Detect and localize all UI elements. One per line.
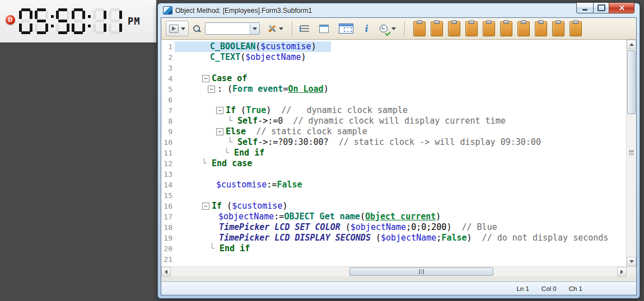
code-text[interactable] [175, 169, 181, 180]
lcd-digit [72, 8, 85, 34]
code-text[interactable]: If ($customise) [175, 201, 287, 211]
code-text[interactable]: └ End case [175, 158, 252, 169]
combo-dropdown-button[interactable] [250, 23, 259, 34]
horizontal-scrollbar[interactable] [161, 267, 627, 276]
code-line[interactable]: 2C_TEXT($objectName) [161, 52, 626, 63]
fold-toggle[interactable] [208, 86, 215, 93]
code-text[interactable]: $objectName:=OBJECT Get name(Object curr… [175, 211, 441, 222]
search-input[interactable] [206, 23, 250, 34]
code-text[interactable]: TimePicker LCD DISPLAY SECONDS ($objectN… [175, 233, 608, 243]
code-line[interactable]: 11└ End if [161, 148, 626, 158]
clipboard-icon[interactable] [552, 21, 564, 36]
splitter-grip[interactable] [629, 150, 634, 156]
method-list-button[interactable] [297, 21, 312, 36]
scroll-down-button[interactable] [627, 257, 636, 266]
fold-toggle[interactable] [202, 203, 209, 210]
code-text[interactable]: Else // static clock sample [175, 126, 367, 137]
code-line[interactable]: 12└ End case [161, 158, 626, 169]
code-line[interactable]: 16If ($customise) [161, 201, 626, 211]
code-line[interactable]: 3 [161, 63, 626, 73]
horizontal-scroll-thumb[interactable] [349, 267, 493, 276]
arrow-right-icon [620, 270, 623, 274]
code-line[interactable]: 1C_BOOLEAN($customise) [161, 41, 626, 52]
code-line[interactable]: 21 [161, 254, 626, 265]
meridiem-indicator: PM [128, 16, 140, 27]
code-text[interactable] [175, 254, 181, 265]
code-text[interactable]: C_TEXT($objectName) [175, 52, 306, 63]
code-text[interactable]: If (True) // dynamic clock sample [175, 105, 408, 116]
titlebar[interactable]: Object Method: [Employees].Form3.Subform… [158, 3, 640, 17]
macros-button[interactable] [335, 21, 357, 36]
method-icon [163, 6, 172, 15]
code-line[interactable]: 10└ Self->:=?09:30:00? // static clock -… [161, 137, 626, 148]
code-text[interactable]: └ Self->:=?09:30:00? // static clock -> … [175, 137, 541, 148]
tools-button[interactable] [263, 21, 287, 36]
code-text[interactable]: $customise:=False [175, 180, 302, 190]
clipboard-icon[interactable] [570, 21, 582, 36]
code-line[interactable]: 20└ End if [161, 243, 626, 254]
statusbar: Ln 1 Col 0 Ch 1 [161, 281, 636, 295]
clipboard-icon[interactable] [535, 21, 547, 36]
code-token: Self [237, 116, 258, 126]
line-number: 19 [161, 233, 175, 243]
code-text[interactable]: └ End if [175, 148, 264, 158]
code-text[interactable]: └ Self->:=0 // dynamic clock will displa… [175, 116, 506, 126]
clipboard-icon[interactable] [431, 21, 443, 36]
fold-toggle[interactable] [216, 107, 223, 114]
vertical-scrollbar[interactable] [626, 40, 636, 266]
code-token: └ [209, 243, 220, 254]
clipboard-icon[interactable] [448, 21, 460, 36]
clipboard-icon[interactable] [483, 21, 495, 36]
code-line[interactable]: 4Case of [161, 73, 626, 84]
close-button[interactable] [609, 3, 634, 13]
scroll-left-button[interactable] [161, 267, 171, 276]
code-text[interactable]: └ End if [175, 243, 250, 254]
fold-toggle[interactable] [202, 75, 209, 82]
code-token: // do not display seconds [472, 233, 609, 243]
code-token: = [283, 84, 288, 95]
run-method-button[interactable] [166, 21, 189, 36]
code-line[interactable]: 18TimePicker LCD SET COLOR ($objectName;… [161, 222, 626, 233]
code-line[interactable]: 15 [161, 190, 626, 201]
code-line[interactable]: 9Else // static clock sample [161, 126, 626, 137]
code-line[interactable]: 5: (Form event=On Load) [161, 84, 626, 95]
horizontal-scroll-track[interactable] [171, 267, 617, 276]
minimize-button[interactable] [576, 3, 594, 13]
scroll-right-button[interactable] [617, 267, 627, 276]
code-line[interactable]: 13 [161, 169, 626, 180]
vertical-scroll-thumb[interactable] [627, 50, 636, 114]
clipboard-icon[interactable] [465, 21, 478, 36]
clipboard-icon[interactable] [413, 21, 426, 36]
code-line[interactable]: 8└ Self->:=0 // dynamic clock will displ… [161, 116, 626, 126]
minimize-icon [582, 9, 587, 11]
code-text[interactable] [175, 63, 210, 73]
code-token: 0 [278, 116, 283, 126]
code-line[interactable]: 14$customise:=False [161, 180, 626, 190]
code-text[interactable]: TimePicker LCD SET COLOR ($objectName;0;… [175, 222, 497, 233]
info-button[interactable]: i [360, 21, 373, 36]
field-list-button[interactable] [316, 21, 332, 36]
code-token: Form event [232, 84, 283, 95]
code-text[interactable]: Case of [175, 73, 247, 84]
code-text[interactable] [175, 190, 181, 201]
clipboard-icon[interactable] [500, 21, 512, 36]
code-line[interactable]: 19TimePicker LCD DISPLAY SECONDS ($objec… [161, 233, 626, 243]
scroll-up-button[interactable] [627, 40, 636, 49]
search-combobox[interactable] [205, 22, 260, 35]
code-line[interactable]: 7If (True) // dynamic clock sample [161, 105, 626, 116]
clipboard-icon[interactable] [517, 21, 530, 36]
line-number: 2 [161, 52, 175, 63]
code-token: $customise [260, 41, 311, 52]
scheduled-run-button[interactable] [376, 21, 399, 36]
maximize-button[interactable] [593, 3, 609, 13]
line-number: 1 [161, 41, 175, 52]
fold-toggle[interactable] [216, 128, 223, 135]
lcd-colon [86, 8, 92, 34]
code-token: $customise [232, 201, 282, 211]
code-text[interactable]: : (Form event=On Load) [175, 84, 329, 95]
code-line[interactable]: 6 [161, 95, 626, 105]
code-text[interactable] [175, 95, 210, 105]
code-text[interactable]: C_BOOLEAN($customise) [175, 41, 331, 52]
code-line[interactable]: 17$objectName:=OBJECT Get name(Object cu… [161, 211, 626, 222]
line-number: 21 [161, 254, 175, 265]
